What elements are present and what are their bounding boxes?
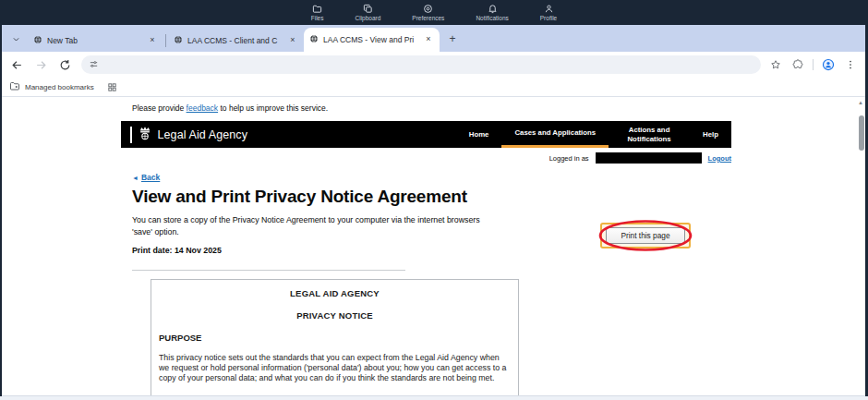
managed-folder-icon	[9, 79, 20, 95]
tab-search-button[interactable]	[4, 29, 28, 49]
apps-grid-icon[interactable]	[107, 82, 117, 92]
logout-link[interactable]: Logout	[708, 154, 731, 163]
tab-ccms-view-print[interactable]: LAA CCMS - View and Pri ×	[304, 28, 440, 52]
tab-title: LAA CCMS - Client and C	[187, 36, 287, 45]
globe-icon	[309, 34, 319, 45]
privacy-notice-document: LEGAL AID AGENCY PRIVACY NOTICE PURPOSE …	[151, 279, 519, 396]
globe-icon	[33, 35, 42, 46]
profile-avatar[interactable]	[821, 57, 836, 72]
toolbar-divider	[813, 59, 814, 70]
back-label: Back	[141, 173, 160, 182]
forward-button[interactable]	[31, 55, 50, 74]
print-this-page-button[interactable]: Print this page	[606, 227, 685, 244]
feedback-link[interactable]: feedback	[187, 103, 219, 113]
tab-separator	[165, 34, 166, 47]
window-left-edge	[0, 25, 2, 396]
window-bottom-edge	[0, 395, 868, 400]
toolbar-right	[768, 57, 858, 72]
tab-title: LAA CCMS - View and Pri	[323, 35, 423, 44]
browser-toolbar	[2, 52, 865, 78]
brand-divider	[130, 127, 132, 143]
intro-text: You can store a copy of the Privacy Noti…	[132, 214, 494, 237]
reload-button[interactable]	[55, 55, 74, 74]
section-divider	[132, 270, 405, 271]
page-scrollbar[interactable]: ▲	[856, 97, 865, 396]
clipboard-icon	[363, 4, 373, 14]
tab-strip: New Tab × LAA CCMS - Client and C × LAA …	[0, 25, 868, 52]
close-icon[interactable]: ×	[423, 34, 434, 45]
files-button[interactable]: Files	[311, 4, 324, 21]
page-title: View and Print Privacy Notice Agreement	[132, 187, 467, 207]
brand[interactable]: Legal Aid Agency	[130, 121, 247, 148]
close-icon[interactable]: ×	[147, 35, 158, 46]
person-icon	[544, 4, 554, 14]
nav-actions-notifications[interactable]: Actions and Notifications	[609, 121, 690, 148]
gear-icon	[423, 4, 433, 14]
back-triangle-icon: ◄	[132, 175, 139, 181]
files-label: Files	[311, 15, 324, 21]
document-heading-1: LEGAL AID AGENCY	[151, 288, 518, 298]
print-button-area: Print this page	[597, 217, 695, 254]
royal-crest-icon	[137, 125, 153, 145]
document-section-heading: PURPOSE	[159, 333, 518, 343]
page-viewport: Please provide feedback to help us impro…	[2, 97, 865, 396]
tab-ccms-client[interactable]: LAA CCMS - Client and C ×	[168, 29, 304, 52]
address-bar[interactable]	[81, 55, 761, 74]
managed-bookmarks-label: Managed bookmarks	[25, 83, 94, 91]
nav-help[interactable]: Help	[690, 121, 731, 148]
profile-button[interactable]: Profile	[540, 4, 557, 21]
document-body-text: This privacy notice sets out the standar…	[159, 353, 507, 382]
app-toolbar: Files Clipboard Preferences Notification…	[0, 0, 868, 25]
bell-icon	[488, 4, 498, 14]
feedback-suffix: to help us improve this service.	[218, 103, 328, 113]
print-date: Print date: 14 Nov 2025	[132, 246, 222, 255]
new-tab-button[interactable]: +	[445, 32, 460, 47]
globe-icon	[174, 35, 183, 46]
nav-cases-applications[interactable]: Cases and Applications	[501, 121, 609, 148]
bookmark-star-icon[interactable]	[768, 57, 783, 72]
back-button[interactable]	[7, 55, 26, 74]
org-name: Legal Aid Agency	[158, 128, 248, 141]
notifications-label: Notifications	[476, 15, 508, 21]
preferences-label: Preferences	[412, 15, 444, 21]
browser-window: Files Clipboard Preferences Notification…	[0, 0, 868, 400]
scrollbar-thumb[interactable]	[859, 115, 864, 151]
nav-home[interactable]: Home	[456, 121, 502, 148]
site-nav: Home Cases and Applications Actions and …	[456, 121, 731, 148]
feedback-banner: Please provide feedback to help us impro…	[132, 103, 328, 113]
logged-in-row: Logged in as Logout	[132, 152, 731, 164]
document-heading-2: PRIVACY NOTICE	[151, 310, 518, 321]
redacted-username	[596, 152, 702, 164]
logged-in-label: Logged in as	[549, 154, 589, 163]
feedback-prefix: Please provide	[132, 103, 187, 113]
site-header: Legal Aid Agency Home Cases and Applicat…	[121, 121, 731, 148]
preferences-button[interactable]: Preferences	[412, 4, 444, 21]
scroll-up-arrow[interactable]: ▲	[857, 99, 864, 106]
folder-icon	[312, 4, 322, 14]
close-icon[interactable]: ×	[287, 35, 298, 46]
clipboard-button[interactable]: Clipboard	[356, 4, 381, 21]
back-link[interactable]: ◄ Back	[132, 173, 160, 182]
bookmarks-bar: Managed bookmarks	[2, 78, 865, 97]
profile-label: Profile	[540, 15, 557, 21]
tune-icon	[89, 56, 99, 73]
managed-bookmarks[interactable]: Managed bookmarks	[9, 79, 94, 95]
menu-dots-icon[interactable]	[843, 57, 858, 72]
extensions-icon[interactable]	[790, 57, 805, 72]
notifications-button[interactable]: Notifications	[476, 4, 508, 21]
tab-new-tab[interactable]: New Tab ×	[28, 29, 163, 52]
clipboard-label: Clipboard	[356, 15, 381, 21]
tab-title: New Tab	[47, 36, 147, 45]
